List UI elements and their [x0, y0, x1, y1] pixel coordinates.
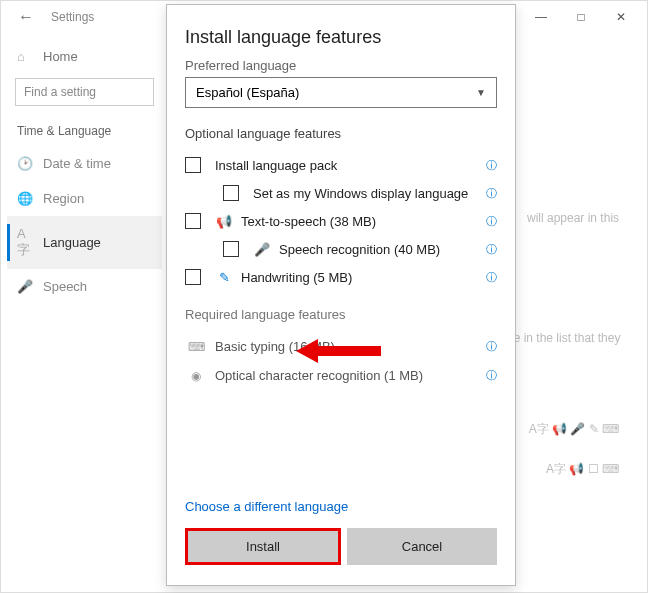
- feature-label: Text-to-speech (38 MB): [241, 214, 482, 229]
- cancel-button[interactable]: Cancel: [347, 528, 497, 565]
- feature-display-language[interactable]: Set as my Windows display language ⓘ: [185, 179, 497, 207]
- sidebar-item-date-time[interactable]: 🕑 Date & time: [7, 146, 162, 181]
- feature-install-language-pack[interactable]: Install language pack ⓘ: [185, 151, 497, 179]
- close-button[interactable]: ✕: [601, 3, 641, 31]
- globe-icon: 🌐: [17, 191, 33, 206]
- checkbox[interactable]: [223, 185, 239, 201]
- home-icon: ⌂: [17, 49, 33, 64]
- preferred-language-select[interactable]: Español (España) ▼: [185, 77, 497, 108]
- home-label: Home: [43, 49, 78, 64]
- mic-icon: 🎤: [253, 242, 271, 257]
- sidebar-item-label: Speech: [43, 279, 87, 294]
- info-icon[interactable]: ⓘ: [486, 368, 497, 383]
- dialog-title: Install language features: [167, 5, 515, 58]
- feature-text-to-speech[interactable]: 📢 Text-to-speech (38 MB) ⓘ: [185, 207, 497, 235]
- maximize-button[interactable]: □: [561, 3, 601, 31]
- selected-language-text: Español (España): [196, 85, 299, 100]
- language-icon: A字: [17, 226, 33, 259]
- sidebar-item-label: Language: [43, 235, 101, 250]
- sidebar-item-label: Date & time: [43, 156, 111, 171]
- info-icon[interactable]: ⓘ: [486, 186, 497, 201]
- minimize-button[interactable]: —: [521, 3, 561, 31]
- checkbox[interactable]: [223, 241, 239, 257]
- keyboard-icon: ⌨: [187, 340, 205, 354]
- bg-icons-row: A字 📢 ☐ ⌨: [546, 461, 619, 478]
- bg-text-fragment: will appear in this: [527, 211, 627, 225]
- required-label: Basic typing (16 MB): [215, 339, 482, 354]
- required-features-heading: Required language features: [185, 307, 497, 322]
- chevron-down-icon: ▼: [476, 87, 486, 98]
- sidebar-section: Time & Language: [7, 112, 162, 146]
- feature-label: Install language pack: [215, 158, 482, 173]
- info-icon[interactable]: ⓘ: [486, 214, 497, 229]
- feature-label: Handwriting (5 MB): [241, 270, 482, 285]
- tts-icon: 📢: [215, 214, 233, 229]
- checkbox[interactable]: [185, 157, 201, 173]
- info-icon[interactable]: ⓘ: [486, 339, 497, 354]
- bg-icons-row: A字 📢 🎤 ✎ ⌨: [529, 421, 619, 438]
- dialog-body: Preferred language Español (España) ▼ Op…: [167, 58, 515, 487]
- dialog-footer: Choose a different language Install Canc…: [167, 487, 515, 585]
- sidebar-item-language[interactable]: A字 Language: [7, 216, 162, 269]
- install-language-dialog: Install language features Preferred lang…: [166, 4, 516, 586]
- checkbox[interactable]: [185, 213, 201, 229]
- feature-handwriting[interactable]: ✎ Handwriting (5 MB) ⓘ: [185, 263, 497, 291]
- required-ocr: ◉ Optical character recognition (1 MB) ⓘ: [185, 361, 497, 390]
- sidebar-item-label: Region: [43, 191, 84, 206]
- info-icon[interactable]: ⓘ: [486, 242, 497, 257]
- search-input[interactable]: Find a setting: [15, 78, 154, 106]
- back-icon[interactable]: ←: [11, 8, 41, 26]
- required-basic-typing: ⌨ Basic typing (16 MB) ⓘ: [185, 332, 497, 361]
- info-icon[interactable]: ⓘ: [486, 270, 497, 285]
- install-button[interactable]: Install: [188, 531, 338, 562]
- optional-features-heading: Optional language features: [185, 126, 497, 141]
- sidebar: ⌂ Home Find a setting Time & Language 🕑 …: [7, 41, 162, 304]
- sidebar-item-region[interactable]: 🌐 Region: [7, 181, 162, 216]
- sidebar-home[interactable]: ⌂ Home: [7, 41, 162, 72]
- checkbox[interactable]: [185, 269, 201, 285]
- feature-label: Speech recognition (40 MB): [279, 242, 482, 257]
- required-label: Optical character recognition (1 MB): [215, 368, 482, 383]
- install-highlight-annotation: Install: [185, 528, 341, 565]
- handwriting-icon: ✎: [215, 270, 233, 285]
- choose-different-language-link[interactable]: Choose a different language: [185, 499, 497, 514]
- bg-text-fragment: ge in the list that they: [507, 331, 637, 345]
- sidebar-item-speech[interactable]: 🎤 Speech: [7, 269, 162, 304]
- feature-speech-recognition[interactable]: 🎤 Speech recognition (40 MB) ⓘ: [185, 235, 497, 263]
- button-row: Install Cancel: [185, 528, 497, 565]
- mic-icon: 🎤: [17, 279, 33, 294]
- window-controls: — □ ✕: [521, 3, 641, 31]
- info-icon[interactable]: ⓘ: [486, 158, 497, 173]
- preferred-language-label: Preferred language: [185, 58, 497, 73]
- clock-icon: 🕑: [17, 156, 33, 171]
- feature-label: Set as my Windows display language: [253, 186, 482, 201]
- ocr-icon: ◉: [187, 369, 205, 383]
